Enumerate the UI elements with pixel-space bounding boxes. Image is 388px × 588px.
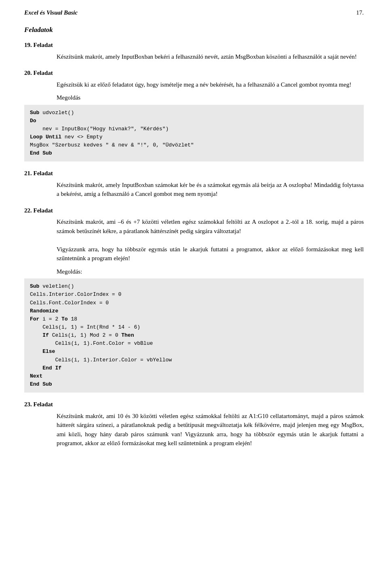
feladat-23: 23. Feladat Készítsünk makrót, ami 10 és… bbox=[24, 400, 364, 448]
kw-else: Else bbox=[42, 348, 55, 354]
feladat-21-num: 21. Feladat bbox=[24, 169, 364, 178]
section-title: Feladatok bbox=[24, 25, 364, 35]
kw-endif: End If bbox=[42, 365, 61, 371]
code-block-22: Sub veletlen() Cells.Interior.ColorIndex… bbox=[24, 278, 364, 393]
kw-then: Then bbox=[121, 332, 134, 338]
kw-endsub: End Sub bbox=[30, 150, 52, 156]
code-block-20: Sub udvozlet() Do nev = InputBox("Hogy h… bbox=[24, 105, 364, 162]
feladat-19-text: Készítsünk makrót, amely InputBoxban bek… bbox=[57, 52, 364, 62]
kw-endsub2: End Sub bbox=[30, 381, 52, 387]
feladat-23-text: Készítsünk makrót, ami 10 és 30 közötti … bbox=[57, 412, 364, 448]
header-page: 17. bbox=[356, 8, 364, 17]
feladat-21-text: Készítsünk makrót, amely InputBoxban szá… bbox=[57, 180, 364, 199]
feladat-19: 19. Feladat Készítsünk makrót, amely Inp… bbox=[24, 40, 364, 61]
kw-loop: Loop Until bbox=[30, 134, 61, 140]
feladat-22: 22. Feladat Készítsünk makrót, ami –6 és… bbox=[24, 206, 364, 393]
kw-next: Next bbox=[30, 373, 42, 379]
megoldas-22-label: Megoldás: bbox=[57, 267, 364, 276]
kw-to: To bbox=[61, 316, 68, 322]
megoldas-20-label: Megoldás bbox=[57, 93, 364, 102]
kw-sub: Sub bbox=[30, 110, 39, 116]
header-title: Excel és Visual Basic bbox=[24, 8, 78, 17]
feladat-22-text: Készítsünk makrót, ami –6 és +7 közötti … bbox=[57, 217, 364, 263]
kw-for: For bbox=[30, 316, 39, 322]
feladat-21: 21. Feladat Készítsünk makrót, amely Inp… bbox=[24, 169, 364, 199]
feladat-22-num: 22. Feladat bbox=[24, 206, 364, 215]
feladat-20-num: 20. Feladat bbox=[24, 68, 364, 78]
feladat-20: 20. Feladat Egészítsük ki az előző felad… bbox=[24, 68, 364, 161]
feladat-20-text: Egészítsük ki az előző feladatot úgy, ho… bbox=[57, 80, 364, 89]
kw-randomize: Randomize bbox=[30, 308, 58, 314]
feladat-23-num: 23. Feladat bbox=[24, 400, 364, 409]
kw-if: If bbox=[42, 332, 49, 338]
page-header: Excel és Visual Basic 17. bbox=[24, 8, 364, 17]
kw-sub2: Sub bbox=[30, 283, 39, 289]
feladat-19-num: 19. Feladat bbox=[24, 40, 364, 50]
kw-do: Do bbox=[30, 118, 36, 124]
